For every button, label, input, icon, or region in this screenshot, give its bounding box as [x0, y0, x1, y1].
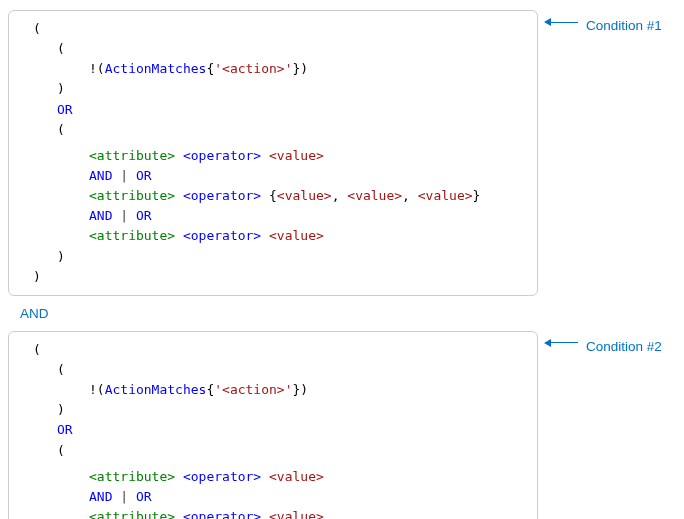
placeholder-operator: <operator>: [183, 509, 261, 519]
placeholder-attribute: <attribute>: [89, 188, 175, 203]
placeholder-value: <value>: [269, 148, 324, 163]
keyword-or: OR: [57, 102, 73, 117]
placeholder-attribute: <attribute>: [89, 469, 175, 484]
keyword-or: OR: [136, 208, 152, 223]
code-line: AND | OR: [13, 206, 533, 226]
code-line: <attribute> <operator> <value>: [13, 507, 533, 519]
paren-open: (: [97, 61, 105, 76]
quote: ': [214, 382, 222, 397]
quote: ': [285, 382, 293, 397]
condition-1-row: ( ( !(ActionMatches{'<action>'}) ) OR ( …: [8, 10, 676, 296]
paren-open: (: [33, 21, 41, 36]
paren-open: (: [33, 342, 41, 357]
placeholder-attribute: <attribute>: [89, 509, 175, 519]
paren-open: (: [57, 41, 65, 56]
code-line: <attribute> <operator> <value>: [13, 467, 533, 487]
placeholder-value: <value>: [269, 469, 324, 484]
placeholder-value: <value>: [347, 188, 402, 203]
code-line: OR: [13, 100, 533, 120]
arrow-left-icon: [544, 18, 578, 26]
placeholder-operator: <operator>: [183, 228, 261, 243]
brace-close: }: [473, 188, 481, 203]
arrow-left-icon: [544, 339, 578, 347]
code-line: (: [13, 441, 533, 461]
paren-open: (: [57, 122, 65, 137]
paren-close: ): [300, 61, 308, 76]
placeholder-operator: <operator>: [183, 188, 261, 203]
code-line: <attribute> <operator> <value>: [13, 146, 533, 166]
code-line: !(ActionMatches{'<action>'}): [13, 380, 533, 400]
placeholder-action: <action>: [222, 61, 285, 76]
pipe: |: [112, 168, 135, 183]
paren-open: (: [97, 382, 105, 397]
code-line: (: [13, 360, 533, 380]
comma: ,: [332, 188, 340, 203]
condition-1-box: ( ( !(ActionMatches{'<action>'}) ) OR ( …: [8, 10, 538, 296]
keyword-actionmatches: ActionMatches: [105, 61, 207, 76]
paren-open: (: [57, 443, 65, 458]
keyword-or: OR: [136, 168, 152, 183]
placeholder-operator: <operator>: [183, 469, 261, 484]
paren-open: (: [57, 362, 65, 377]
keyword-or: OR: [57, 422, 73, 437]
placeholder-operator: <operator>: [183, 148, 261, 163]
code-line: ): [13, 267, 533, 287]
pipe: |: [112, 208, 135, 223]
placeholder-value: <value>: [269, 228, 324, 243]
condition-1-label-text: Condition #1: [586, 18, 662, 33]
keyword-actionmatches: ActionMatches: [105, 382, 207, 397]
quote: ': [214, 61, 222, 76]
code-line: ): [13, 400, 533, 420]
code-line: (: [13, 120, 533, 140]
keyword-and: AND: [89, 168, 112, 183]
placeholder-action: <action>: [222, 382, 285, 397]
keyword-and: AND: [89, 489, 112, 504]
paren-close: ): [57, 249, 65, 264]
keyword-or: OR: [136, 489, 152, 504]
brace-open: {: [269, 188, 277, 203]
pipe: |: [112, 489, 135, 504]
bang: !: [89, 382, 97, 397]
code-line: !(ActionMatches{'<action>'}): [13, 59, 533, 79]
placeholder-attribute: <attribute>: [89, 228, 175, 243]
code-line: (: [13, 340, 533, 360]
paren-close: ): [300, 382, 308, 397]
condition-2-row: ( ( !(ActionMatches{'<action>'}) ) OR ( …: [8, 331, 676, 519]
condition-1-label: Condition #1: [538, 10, 676, 33]
code-line: (: [13, 39, 533, 59]
code-line: (: [13, 19, 533, 39]
code-line: ): [13, 79, 533, 99]
placeholder-attribute: <attribute>: [89, 148, 175, 163]
quote: ': [285, 61, 293, 76]
code-line: OR: [13, 420, 533, 440]
bang: !: [89, 61, 97, 76]
comma: ,: [402, 188, 410, 203]
condition-2-label-text: Condition #2: [586, 339, 662, 354]
code-line: <attribute> <operator> <value>: [13, 226, 533, 246]
placeholder-value: <value>: [418, 188, 473, 203]
condition-2-box: ( ( !(ActionMatches{'<action>'}) ) OR ( …: [8, 331, 538, 519]
paren-close: ): [57, 81, 65, 96]
code-line: AND | OR: [13, 166, 533, 186]
code-line: ): [13, 247, 533, 267]
paren-close: ): [33, 269, 41, 284]
placeholder-value: <value>: [277, 188, 332, 203]
keyword-and: AND: [89, 208, 112, 223]
code-line: AND | OR: [13, 487, 533, 507]
code-line: <attribute> <operator> {<value>, <value>…: [13, 186, 533, 206]
paren-close: ): [57, 402, 65, 417]
condition-2-label: Condition #2: [538, 331, 676, 354]
connector-and: AND: [20, 306, 676, 321]
placeholder-value: <value>: [269, 509, 324, 519]
